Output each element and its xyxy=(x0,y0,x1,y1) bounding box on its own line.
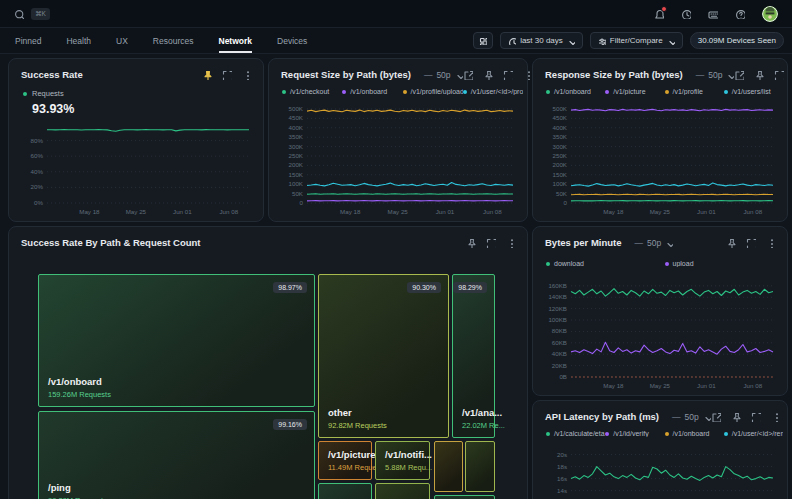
legend-item[interactable]: download xyxy=(546,260,665,267)
svg-text:20%: 20% xyxy=(31,183,44,190)
history-button[interactable] xyxy=(681,9,691,19)
pin-icon[interactable] xyxy=(731,412,741,422)
pin-icon[interactable] xyxy=(483,70,493,80)
tab-health[interactable]: Health xyxy=(66,28,91,53)
expand-icon[interactable] xyxy=(486,238,496,248)
path-name: /v1/ana... xyxy=(462,407,505,418)
success-rate-chart[interactable]: 0%20%40%60%80%May 18May 25Jun 01Jun 08 xyxy=(17,121,255,217)
treemap-node-v1-notifi[interactable]: /v1/notifi...5.88M Requ... xyxy=(375,441,430,480)
legend-item[interactable]: /v1/users/list xyxy=(724,88,783,95)
legend-label: /v1/user/<id>/profile xyxy=(471,88,523,95)
shortcuts-button[interactable] xyxy=(708,9,718,19)
treemap-node-box-c[interactable] xyxy=(318,483,372,499)
legend-item[interactable]: /v1/onboard xyxy=(546,88,605,95)
tab-network[interactable]: Network xyxy=(219,28,253,53)
treemap-node-box-a[interactable] xyxy=(434,441,463,492)
legend-item[interactable]: /v1/calculate/eta xyxy=(546,430,605,437)
clock-icon xyxy=(508,37,516,45)
legend-item[interactable]: /v1/user/<id>/profile xyxy=(463,88,523,95)
treemap-node-v1-picture[interactable]: /v1/picture11.49M Requests xyxy=(318,441,372,480)
request-size-chart[interactable]: 050K100K150K200K250K300K350K400K450K500K… xyxy=(277,105,519,217)
treemap-node-ping[interactable]: 99.16%/ping99.28M Requests xyxy=(38,411,315,499)
percentile-select[interactable]: — 50p xyxy=(672,412,711,422)
svg-text:100KB: 100KB xyxy=(548,316,567,323)
legend-item[interactable]: /v1/profile xyxy=(665,88,724,95)
notifications-button[interactable] xyxy=(654,9,664,19)
expand-icon[interactable] xyxy=(222,70,232,80)
treemap-node-box-b[interactable] xyxy=(465,441,495,492)
legend-item[interactable]: /v1/checkout xyxy=(282,88,342,95)
tab-resources[interactable]: Resources xyxy=(153,28,194,53)
svg-text:May 25: May 25 xyxy=(387,208,408,215)
legend-label: /v1/checkout xyxy=(290,88,329,95)
tab-pinned[interactable]: Pinned xyxy=(15,28,41,53)
expand-icon[interactable] xyxy=(774,70,784,80)
svg-text:100K: 100K xyxy=(289,180,304,187)
legend-item[interactable]: /v1/onboard xyxy=(665,430,724,437)
treemap-node-label: /v1/notifi...5.88M Requ... xyxy=(385,449,432,472)
legend-item[interactable]: upload xyxy=(665,260,784,267)
tab-ux[interactable]: UX xyxy=(116,28,128,53)
svg-text:80KB: 80KB xyxy=(552,327,567,334)
legend-item[interactable]: /v1/profile/upload xyxy=(403,88,463,95)
expand-icon[interactable] xyxy=(503,70,513,80)
filter-compare-button[interactable]: Filter/Compare xyxy=(590,32,683,49)
response-size-chart[interactable]: 050K100K150K200K250K300K350K400K450K500K… xyxy=(541,105,779,217)
share-icon[interactable] xyxy=(463,70,473,80)
card-actions xyxy=(734,70,792,80)
avatar[interactable] xyxy=(762,6,778,22)
help-button[interactable] xyxy=(735,9,745,19)
svg-text:60KB: 60KB xyxy=(552,339,567,346)
pin-icon[interactable] xyxy=(754,70,764,80)
card-actions xyxy=(463,70,533,80)
treemap-node-label: /ping99.28M Requests xyxy=(48,482,107,499)
legend-label: download xyxy=(554,260,584,267)
legend-dot xyxy=(23,92,27,96)
treemap-node-v1-ana[interactable]: 98.29%/v1/ana...22.02M Re... xyxy=(452,274,495,438)
legend-item[interactable]: /v1/id/verify xyxy=(605,430,664,437)
treemap-node-other[interactable]: 90.30%other92.82M Requests xyxy=(318,274,449,438)
time-range-select[interactable]: last 30 days xyxy=(500,32,583,49)
share-icon[interactable] xyxy=(711,412,721,422)
kebab-menu-icon[interactable] xyxy=(771,412,781,422)
legend-label: /v1/profile xyxy=(673,88,703,95)
legend-item[interactable]: /v1/onboard xyxy=(342,88,402,95)
svg-text:140KB: 140KB xyxy=(548,293,567,300)
kebab-menu-icon[interactable] xyxy=(506,238,516,248)
treemap-node-v1-onboard[interactable]: 98.97%/v1/onboard159.26M Requests xyxy=(38,274,315,407)
tab-devices[interactable]: Devices xyxy=(277,28,307,53)
pin-icon[interactable] xyxy=(466,238,476,248)
percentile-value: 50p xyxy=(708,70,722,80)
pin-icon[interactable] xyxy=(726,238,736,248)
global-search[interactable]: ⌘K xyxy=(14,8,50,20)
api-latency-chart[interactable]: 12s14s16s18s20s xyxy=(541,447,779,499)
svg-text:200K: 200K xyxy=(553,161,568,168)
treemap-node-box-e[interactable] xyxy=(434,495,495,499)
svg-text:400K: 400K xyxy=(553,124,568,131)
legend-item[interactable]: /v1/user/<id>/rem... xyxy=(724,430,783,437)
percentile-select[interactable]: — 50p xyxy=(696,70,735,80)
svg-text:350K: 350K xyxy=(289,133,304,140)
success-rate-badge: 99.16% xyxy=(273,419,307,430)
svg-text:50K: 50K xyxy=(556,190,568,197)
svg-text:120KB: 120KB xyxy=(548,305,567,312)
percentile-select[interactable]: — 50p xyxy=(635,238,674,248)
pin-icon[interactable] xyxy=(202,70,212,80)
kebab-menu-icon[interactable] xyxy=(242,70,252,80)
notification-badge xyxy=(661,6,667,12)
treemap-node-box-d[interactable] xyxy=(375,483,430,499)
legend-dot xyxy=(403,90,407,94)
svg-text:40%: 40% xyxy=(31,168,44,175)
share-icon[interactable] xyxy=(734,70,744,80)
svg-text:16s: 16s xyxy=(557,475,567,482)
percentile-select[interactable]: — 50p xyxy=(424,70,463,80)
expand-icon[interactable] xyxy=(746,238,756,248)
kebab-menu-icon[interactable] xyxy=(766,238,776,248)
legend-item[interactable]: /v1/picture xyxy=(605,88,664,95)
expand-icon[interactable] xyxy=(751,412,761,422)
layout-toggle-button[interactable] xyxy=(473,32,493,49)
card-actions xyxy=(202,70,252,80)
devices-seen-badge[interactable]: 30.09M Devices Seen xyxy=(690,32,784,49)
chart-legend: /v1/checkout /v1/onboard /v1/profile/upl… xyxy=(282,88,523,95)
bytes-per-minute-chart[interactable]: 0B20KB40KB60KB80KB100KB120KB140KB160KBMa… xyxy=(541,279,779,391)
